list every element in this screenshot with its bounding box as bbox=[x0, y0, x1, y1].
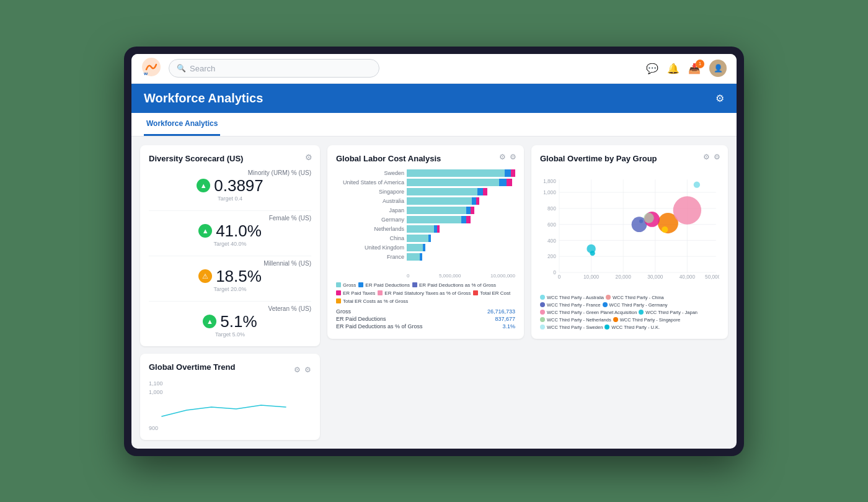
labor-chart-axis: 0 5,000,000 10,000,000 bbox=[336, 273, 515, 279]
bar-row-australia: Australia bbox=[336, 197, 515, 205]
page-title: Workforce Analytics bbox=[144, 91, 263, 105]
labor-filter-icon[interactable]: ⚙ bbox=[499, 153, 506, 161]
minority-indicator: ▲ bbox=[197, 179, 210, 192]
inbox-icon[interactable]: 📥 1 bbox=[688, 63, 701, 74]
avatar[interactable]: 👤 bbox=[709, 60, 727, 77]
labor-data-table: Gross 26,716,733 ER Paid Deductions 837,… bbox=[336, 308, 515, 330]
veteran-indicator: ▲ bbox=[203, 315, 216, 328]
tab-workforce-analytics[interactable]: Workforce Analytics bbox=[144, 113, 220, 136]
overtime-settings-icon[interactable]: ⚙ bbox=[714, 153, 720, 161]
top-nav: w 🔍 Search 💬 🔔 📥 1 👤 bbox=[131, 54, 737, 84]
svg-text:40,000: 40,000 bbox=[680, 274, 696, 280]
metric-veteran: Veteran % (US) ▲ 5.1% Target 5.0% bbox=[149, 305, 311, 338]
metric-millennial: Millennial % (US) ⚠ 18.5% Target 20.0% bbox=[149, 260, 311, 292]
search-placeholder: Search bbox=[190, 64, 215, 73]
metric-veteran-label: Veteran % (US) bbox=[149, 305, 311, 312]
svg-text:20,000: 20,000 bbox=[616, 274, 632, 280]
bubble-netherlands bbox=[644, 213, 654, 223]
svg-text:1,800: 1,800 bbox=[543, 178, 556, 184]
svg-text:1,000: 1,000 bbox=[543, 190, 556, 195]
bubble-australia bbox=[694, 181, 700, 187]
tablet-screen: w 🔍 Search 💬 🔔 📥 1 👤 Workfo bbox=[131, 54, 737, 449]
millennial-value: 18.5% bbox=[216, 267, 262, 286]
trend-filter-icon[interactable]: ⚙ bbox=[294, 365, 301, 374]
workday-logo[interactable]: w bbox=[141, 57, 161, 79]
bar-row-sweden: Sweden bbox=[336, 169, 515, 177]
svg-text:200: 200 bbox=[547, 254, 556, 259]
overtime-pay-title: Global Overtime by Pay Group bbox=[540, 154, 719, 163]
metric-minority-label: Minority (URM) % (US) bbox=[149, 169, 311, 176]
search-bar[interactable]: 🔍 Search bbox=[169, 59, 379, 78]
trend-settings-icon[interactable]: ⚙ bbox=[304, 365, 311, 374]
labor-card-icons: ⚙ ⚙ bbox=[499, 153, 516, 161]
svg-text:10,000: 10,000 bbox=[583, 274, 600, 280]
minority-target: Target 0.4 bbox=[218, 195, 242, 202]
labor-legend: Gross ER Paid Deductions ER Paid Deducti… bbox=[336, 282, 515, 304]
svg-text:0: 0 bbox=[558, 274, 561, 280]
svg-text:30,000: 30,000 bbox=[647, 274, 663, 280]
bubble-chart-svg: 0 200 400 600 800 1,000 1,800 0 10,000 2… bbox=[540, 169, 719, 292]
nav-icons: 💬 🔔 📥 1 👤 bbox=[646, 60, 727, 77]
diversity-scorecard-card: Diversity Scorecard (US) ⚙ Minority (URM… bbox=[140, 145, 320, 346]
overtime-trend-card: Global Overtime Trend ⚙ ⚙ 1,100 1,000 bbox=[140, 354, 320, 440]
tablet-frame: w 🔍 Search 💬 🔔 📥 1 👤 Workfo bbox=[124, 47, 744, 456]
female-indicator: ▲ bbox=[198, 224, 212, 238]
tabs-bar: Workforce Analytics bbox=[131, 113, 737, 137]
veteran-value: 5.1% bbox=[220, 312, 257, 331]
labor-card-title: Global Labor Cost Analysis bbox=[336, 154, 515, 163]
overtime-pay-card: Global Overtime by Pay Group ⚙ ⚙ bbox=[531, 145, 728, 339]
bubble-uk bbox=[590, 250, 595, 255]
messages-icon[interactable]: 💬 bbox=[646, 63, 658, 74]
notifications-icon[interactable]: 🔔 bbox=[667, 63, 680, 74]
page-header: Workforce Analytics ⚙ bbox=[131, 84, 737, 113]
minority-value: 0.3897 bbox=[214, 176, 264, 195]
overtime-trend-title: Global Overtime Trend bbox=[149, 362, 235, 372]
bar-row-netherlands: Netherlands bbox=[336, 225, 515, 233]
svg-text:0: 0 bbox=[553, 270, 556, 276]
svg-text:600: 600 bbox=[547, 222, 556, 227]
bar-row-france: France bbox=[336, 253, 515, 261]
diversity-settings-icon[interactable]: ⚙ bbox=[305, 153, 312, 162]
trend-chart bbox=[149, 398, 311, 423]
female-target: Target 40.0% bbox=[213, 241, 246, 247]
svg-text:400: 400 bbox=[547, 238, 556, 243]
diversity-card-title: Diversity Scorecard (US) bbox=[149, 154, 311, 163]
svg-text:50,000: 50,000 bbox=[705, 274, 719, 280]
labor-bar-chart: Sweden United States of America bbox=[336, 169, 515, 271]
labor-cost-card: Global Labor Cost Analysis ⚙ ⚙ Sweden bbox=[327, 145, 524, 339]
bar-row-japan: Japan bbox=[336, 207, 515, 214]
svg-text:w: w bbox=[143, 71, 148, 76]
bar-row-uk: United Kingdom bbox=[336, 244, 515, 251]
veteran-target: Target 5.0% bbox=[215, 331, 245, 338]
metric-female: Female % (US) ▲ 41.0% Target 40.0% bbox=[149, 215, 311, 247]
overtime-pay-icons: ⚙ ⚙ bbox=[703, 153, 720, 161]
metric-minority: Minority (URM) % (US) ▲ 0.3897 Target 0.… bbox=[149, 169, 311, 202]
bubble-singapore bbox=[662, 226, 668, 232]
settings-icon[interactable]: ⚙ bbox=[715, 92, 724, 104]
metric-millennial-label: Millennial % (US) bbox=[149, 260, 311, 267]
bar-row-germany: Germany bbox=[336, 216, 515, 223]
metric-female-label: Female % (US) bbox=[149, 215, 311, 222]
inbox-badge: 1 bbox=[696, 60, 704, 68]
overtime-pay-legend: WCC Third Party - Australia WCC Third Pa… bbox=[540, 295, 719, 330]
bar-row-singapore: Singapore bbox=[336, 188, 515, 195]
bubble-chart-area: 0 200 400 600 800 1,000 1,800 0 10,000 2… bbox=[540, 169, 719, 292]
search-icon: 🔍 bbox=[177, 64, 186, 73]
svg-text:800: 800 bbox=[547, 205, 556, 211]
millennial-target: Target 20.0% bbox=[213, 286, 246, 292]
bar-row-usa: United States of America bbox=[336, 179, 515, 186]
labor-settings-icon[interactable]: ⚙ bbox=[510, 153, 516, 161]
overtime-filter-icon[interactable]: ⚙ bbox=[703, 153, 710, 161]
bar-row-china: China bbox=[336, 235, 515, 242]
bubble-greenplanet bbox=[673, 196, 701, 224]
millennial-indicator: ⚠ bbox=[198, 269, 212, 283]
female-value: 41.0% bbox=[216, 222, 262, 241]
main-content: Diversity Scorecard (US) ⚙ Minority (URM… bbox=[131, 137, 737, 449]
